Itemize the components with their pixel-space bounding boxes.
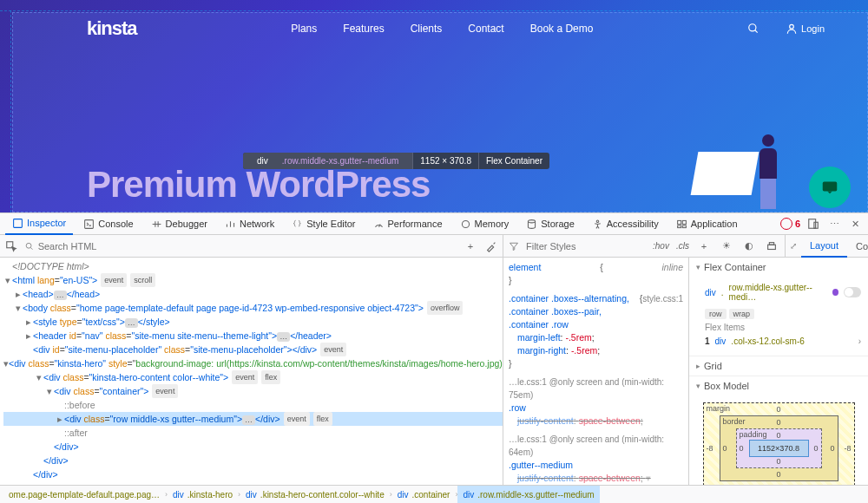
html-tree-line[interactable]: ▾<div class="kinsta-hero" style="backgro… — [3, 356, 503, 370]
close-devtools-icon[interactable]: ✕ — [847, 216, 863, 232]
storage-icon — [526, 219, 537, 230]
hov-toggle[interactable]: :hov — [653, 241, 669, 251]
html-search-input[interactable] — [38, 241, 457, 252]
svg-rect-11 — [677, 220, 681, 224]
css-rule[interactable]: element {inline} — [509, 261, 683, 287]
html-tree-line[interactable]: ▸<div class="row middle-xs gutter--mediu… — [3, 412, 503, 426]
html-tree-line[interactable]: ▾<div class="container">event — [3, 384, 503, 398]
cls-toggle[interactable]: .cls — [676, 241, 689, 251]
grid-header[interactable]: ▸Grid — [689, 356, 868, 376]
tab-style-editor[interactable]: Style Editor — [285, 212, 362, 235]
svg-rect-13 — [677, 225, 681, 227]
chat-widget[interactable] — [809, 167, 851, 208]
html-tree-line[interactable]: ▸<head>…</head> — [3, 287, 503, 301]
tooltip-dimensions: 1152 × 370.8 — [412, 153, 479, 169]
sidetab-layout[interactable]: Layout — [801, 235, 847, 258]
html-tree-line[interactable]: ::after — [3, 426, 503, 440]
network-icon — [225, 219, 236, 230]
hero-heading: Premium WordPress — [87, 164, 430, 206]
flex-container-header[interactable]: ▾Flex Container — [689, 258, 868, 277]
user-icon — [786, 23, 798, 35]
filter-styles-input[interactable] — [526, 241, 646, 252]
svg-point-2 — [749, 24, 756, 31]
more-menu-icon[interactable]: ⋯ — [826, 216, 842, 232]
app-icon — [676, 219, 687, 230]
html-tree-line[interactable]: </div> — [3, 467, 503, 481]
chat-icon — [820, 178, 839, 197]
html-tree-line[interactable]: </div> — [3, 454, 503, 467]
tab-storage[interactable]: Storage — [519, 212, 582, 235]
inspector-icon — [12, 218, 23, 229]
breadcrumb-item[interactable]: div.kinsta-hero-content.color--white — [240, 486, 390, 504]
html-tree-line[interactable]: ▾<body class="home page-template-default… — [3, 301, 503, 315]
devtools-toolbar: Inspector Console Debugger Network Style… — [0, 212, 868, 235]
nav-link[interactable]: Plans — [291, 23, 317, 35]
flex-item-row[interactable]: 1 div.col-xs-12.col-sm-6 › — [705, 334, 861, 349]
css-rule[interactable]: …le.css:1 @only screen and (min-width: 6… — [509, 433, 683, 485]
tab-application[interactable]: Application — [669, 212, 745, 235]
search-icon — [24, 241, 35, 252]
console-icon — [83, 219, 95, 230]
login-link[interactable]: Login — [786, 23, 825, 35]
site-nav-links: Plans Features Clients Contact Book a De… — [291, 23, 593, 35]
add-rule-icon[interactable]: + — [696, 238, 712, 254]
inspected-page-preview: kinsta Plans Features Clients Contact Bo… — [0, 0, 868, 212]
layout-panel[interactable]: ▾Flex Container div.row.middle-xs.gutter… — [689, 258, 868, 485]
tab-network[interactable]: Network — [218, 212, 281, 235]
html-tree-line[interactable]: ::before — [3, 398, 503, 412]
html-tree-line[interactable]: <div id="site-menu-placeholder" class="s… — [3, 343, 503, 356]
eyedropper-icon[interactable] — [483, 238, 499, 254]
breadcrumb-item[interactable]: div.kinsta-hero — [168, 486, 238, 504]
box-model-diagram[interactable]: margin 00-8-8 border 0000 padding 0000 1… — [703, 402, 855, 485]
boxmodel-header[interactable]: ▾Box Model — [689, 376, 868, 395]
html-tree-line[interactable]: <!DOCTYPE html> — [3, 259, 503, 273]
perf-icon — [373, 219, 385, 230]
pick-element-icon[interactable] — [3, 238, 19, 254]
html-search — [24, 241, 457, 252]
overlay-toggle[interactable] — [844, 287, 861, 297]
nav-link[interactable]: Book a Demo — [530, 23, 594, 35]
box-model-content[interactable]: 1152×370.8 — [749, 440, 809, 457]
svg-line-3 — [755, 30, 758, 33]
tab-inspector[interactable]: Inspector — [5, 212, 73, 235]
flex-container-item[interactable]: div.row.middle-xs.gutter--medi… — [705, 280, 861, 304]
nav-link[interactable]: Contact — [468, 23, 503, 35]
print-media-icon[interactable] — [764, 238, 779, 254]
nav-link[interactable]: Clients — [411, 23, 443, 35]
breadcrumb-bar: ome.page-template-default.page.pag… › di… — [0, 485, 868, 503]
expand-icon[interactable]: ⤢ — [786, 238, 801, 254]
html-tree-line[interactable]: ▸<header id="nav" class="site-menu site-… — [3, 329, 503, 343]
breadcrumb-item[interactable]: div.container — [392, 486, 456, 504]
tab-console[interactable]: Console — [76, 212, 140, 235]
add-node-icon[interactable]: + — [463, 238, 478, 254]
svg-point-18 — [26, 243, 31, 248]
site-logo[interactable]: kinsta — [87, 17, 137, 40]
search-icon[interactable] — [747, 23, 760, 35]
svg-line-19 — [30, 247, 32, 249]
svg-rect-14 — [682, 225, 686, 227]
html-tree-panel[interactable]: <!DOCTYPE html>▾<html lang="en-US">event… — [0, 258, 503, 485]
contrast-icon[interactable]: ◐ — [741, 238, 757, 254]
filter-icon — [509, 241, 519, 252]
svg-point-9 — [529, 219, 536, 222]
html-tree-line[interactable]: ▸<style type="text/css">…</style> — [3, 315, 503, 329]
light-mode-icon[interactable]: ☀ — [719, 238, 734, 254]
css-rule[interactable]: .container .boxes--alternating, .contain… — [509, 292, 683, 370]
responsive-mode-icon[interactable] — [806, 216, 821, 232]
html-tree-line[interactable]: ▾<html lang="en-US">eventscroll — [3, 273, 503, 287]
tab-accessibility[interactable]: Accessibility — [585, 212, 666, 235]
error-count[interactable]: 6 — [780, 218, 800, 230]
a11y-icon — [592, 219, 603, 230]
breadcrumb-item[interactable]: ome.page-template-default.page.pag… — [3, 486, 165, 504]
html-tree-line[interactable]: <!--Features Block--> — [3, 481, 503, 485]
sidetab-computed[interactable]: Computed — [847, 235, 868, 258]
css-rules-panel[interactable]: element {inline}.container .boxes--alter… — [503, 258, 689, 485]
breadcrumb-item-selected[interactable]: div.row.middle-xs.gutter--medium — [457, 486, 599, 504]
html-tree-line[interactable]: ▾<div class="kinsta-hero-content color--… — [3, 370, 503, 384]
tab-memory[interactable]: Memory — [453, 212, 516, 235]
tab-performance[interactable]: Performance — [366, 212, 450, 235]
tab-debugger[interactable]: Debugger — [144, 212, 214, 235]
css-rule[interactable]: …le.css:1 @only screen and (min-width: 7… — [509, 376, 683, 428]
html-tree-line[interactable]: </div> — [3, 440, 503, 454]
nav-link[interactable]: Features — [343, 23, 384, 35]
